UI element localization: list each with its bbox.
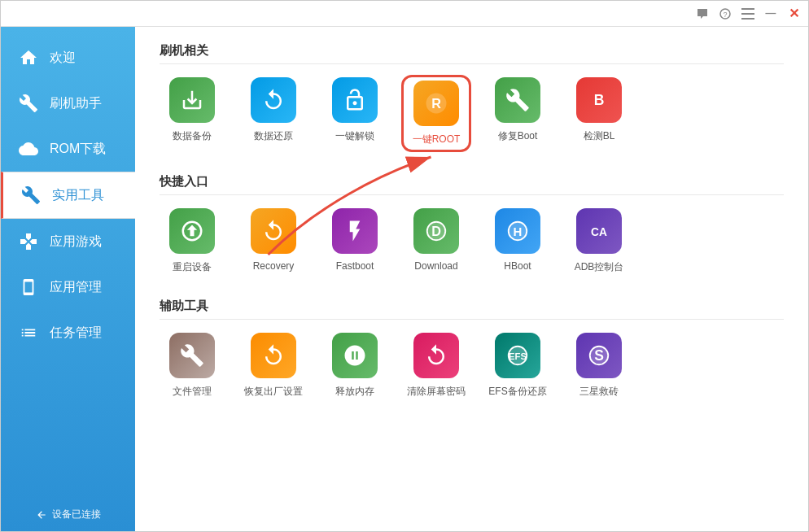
section-title-quick: 快捷入口	[160, 174, 784, 195]
adb-label: ADB控制台	[575, 260, 624, 274]
gamepad-icon	[17, 230, 40, 253]
svg-text:S: S	[594, 347, 604, 364]
sidebar-item-welcome[interactable]: 欢迎	[1, 35, 135, 81]
menu-icon[interactable]	[740, 6, 756, 22]
detect-bl-icon: B	[576, 77, 622, 123]
sidebar-item-app-mgmt[interactable]: 应用管理	[1, 264, 135, 310]
clear-lock-label: 清除屏幕密码	[407, 385, 466, 399]
free-memory-label: 释放内存	[335, 385, 374, 399]
hboot-label: HBoot	[504, 260, 531, 272]
sidebar-label-tools: 实用工具	[52, 187, 104, 204]
tools-icon	[20, 184, 42, 207]
close-button[interactable]: ✕	[785, 6, 802, 22]
svg-rect-3	[741, 13, 754, 15]
efs-backup-label: EFS备份还原	[488, 385, 546, 399]
sidebar-label-apps: 应用游戏	[50, 233, 102, 251]
wrench-icon	[17, 92, 40, 115]
tool-fix-boot[interactable]: 修复Boot	[485, 77, 550, 150]
tool-download[interactable]: D Download	[404, 208, 469, 274]
app-window: ? ─ ✕ 欢迎	[0, 0, 809, 532]
factory-reset-icon	[251, 333, 296, 378]
hboot-icon: H	[495, 208, 540, 254]
tool-recovery[interactable]: Recovery	[241, 208, 306, 274]
section-quick-entry: 快捷入口 重启设备 Recovery	[160, 174, 784, 274]
fix-boot-label: 修复Boot	[498, 129, 538, 143]
minimize-button[interactable]: ─	[763, 6, 779, 22]
tool-fastboot[interactable]: Fastboot	[322, 208, 387, 274]
sidebar-item-flash-assistant[interactable]: 刷机助手	[1, 81, 135, 126]
tool-hboot[interactable]: H HBoot	[485, 208, 550, 274]
clear-lock-icon	[413, 333, 459, 378]
tool-samsung-unbrick[interactable]: S 三星救砖	[566, 333, 632, 399]
section-title-aux: 辅助工具	[160, 299, 784, 320]
tools-grid-flash: 数据备份 数据还原 一键解锁	[160, 77, 784, 150]
sidebar-item-rom-download[interactable]: ROM下载	[1, 126, 135, 172]
tools-grid-quick: 重启设备 Recovery Fastboot	[160, 208, 784, 274]
section-aux-tools: 辅助工具 文件管理 恢复出厂设置	[160, 299, 784, 399]
detect-bl-label: 检测BL	[584, 129, 615, 143]
cloud-icon	[17, 137, 40, 160]
sidebar-item-task-mgmt[interactable]: 任务管理	[1, 310, 135, 355]
tool-factory-reset[interactable]: 恢复出厂设置	[241, 333, 306, 399]
title-bar-actions: ? ─ ✕	[694, 6, 802, 22]
sidebar-label-appmgmt: 应用管理	[50, 279, 102, 296]
restart-label: 重启设备	[173, 260, 212, 274]
sidebar-item-tools[interactable]: 实用工具	[1, 172, 135, 219]
fastboot-icon	[332, 208, 378, 254]
svg-text:?: ?	[724, 11, 728, 19]
tool-data-backup[interactable]: 数据备份	[160, 77, 225, 150]
section-title-flash: 刷机相关	[160, 43, 784, 64]
data-backup-label: 数据备份	[173, 129, 212, 143]
sidebar-label-flash: 刷机助手	[50, 95, 102, 112]
factory-reset-label: 恢复出厂设置	[244, 385, 303, 399]
tool-file-mgmt[interactable]: 文件管理	[160, 333, 225, 399]
tool-free-memory[interactable]: 释放内存	[322, 333, 387, 399]
one-unlock-label: 一键解锁	[335, 129, 374, 143]
help-icon[interactable]: ?	[717, 6, 733, 22]
sidebar-footer: 设备已连接	[1, 508, 135, 521]
tool-detect-bl[interactable]: B 检测BL	[566, 77, 632, 150]
section-flash-related: 刷机相关 数据备份 数据还原	[160, 43, 784, 150]
tools-grid-aux: 文件管理 恢复出厂设置 释放内存	[160, 333, 784, 399]
main-content: 欢迎 刷机助手 ROM下载	[1, 27, 808, 531]
sidebar-label-rom: ROM下载	[50, 141, 106, 158]
sidebar-label-welcome: 欢迎	[50, 50, 76, 67]
title-bar: ? ─ ✕	[1, 1, 808, 27]
free-memory-icon	[332, 333, 378, 378]
recovery-icon	[251, 208, 296, 254]
tool-data-restore[interactable]: 数据还原	[241, 77, 306, 150]
one-root-label: 一键ROOT	[413, 133, 461, 146]
tool-efs-backup[interactable]: EFS EFS备份还原	[485, 333, 550, 399]
fix-boot-icon	[495, 77, 540, 123]
tool-restart-device[interactable]: 重启设备	[160, 208, 225, 274]
sidebar: 欢迎 刷机助手 ROM下载	[1, 27, 135, 531]
fastboot-label: Fastboot	[336, 260, 374, 272]
restart-icon	[169, 208, 215, 254]
tool-clear-lock[interactable]: 清除屏幕密码	[404, 333, 469, 399]
svg-rect-2	[741, 8, 754, 10]
file-mgmt-icon	[169, 333, 215, 378]
one-unlock-icon	[332, 77, 378, 123]
chat-icon[interactable]	[694, 6, 711, 22]
data-backup-icon	[169, 77, 215, 123]
one-root-icon: R	[413, 81, 459, 126]
sidebar-item-apps-games[interactable]: 应用游戏	[1, 219, 135, 264]
svg-text:CA: CA	[591, 226, 607, 238]
tool-adb-console[interactable]: CA ADB控制台	[566, 208, 632, 274]
svg-text:EFS: EFS	[509, 351, 527, 361]
home-icon	[17, 46, 40, 69]
samsung-unbrick-label: 三星救砖	[579, 385, 619, 399]
download-icon: D	[413, 208, 459, 254]
svg-rect-4	[741, 18, 754, 20]
list-icon	[17, 321, 40, 344]
svg-text:H: H	[514, 225, 523, 238]
svg-text:D: D	[431, 224, 441, 238]
download-label: Download	[414, 260, 457, 272]
efs-backup-icon: EFS	[495, 333, 540, 378]
tool-one-unlock[interactable]: 一键解锁	[322, 77, 387, 150]
content-area: 刷机相关 数据备份 数据还原	[135, 27, 808, 531]
tool-one-root[interactable]: R 一键ROOT	[404, 77, 469, 150]
data-restore-label: 数据还原	[254, 129, 293, 143]
recovery-label: Recovery	[253, 260, 295, 272]
sidebar-label-taskmgmt: 任务管理	[50, 325, 102, 342]
